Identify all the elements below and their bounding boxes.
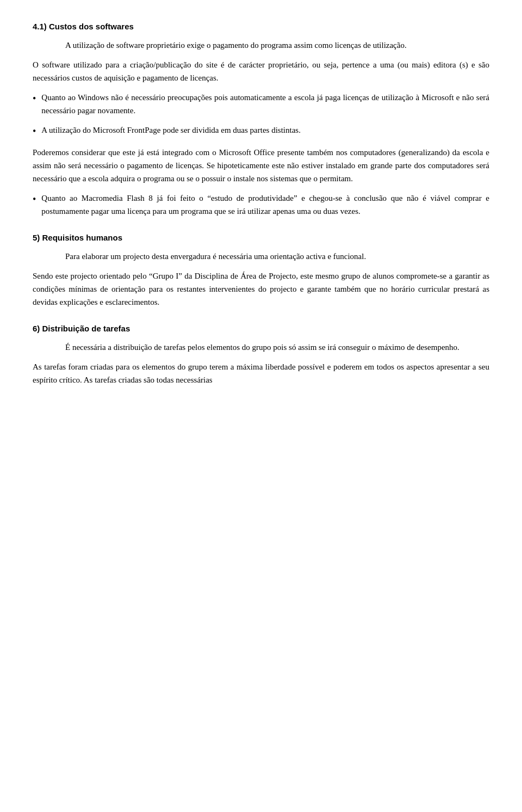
section-6-title: 6) Distribuição de tarefas <box>33 324 489 333</box>
section-4-1-para3: Poderemos considerar que este já está in… <box>33 146 489 185</box>
section-4-1: 4.1) Custos dos softwares A utilização d… <box>33 22 489 218</box>
section-5: 5) Requisitos humanos Para elaborar um p… <box>33 233 489 309</box>
section-6: 6) Distribuição de tarefas É necessária … <box>33 324 489 386</box>
bullet-item-3: • Quanto ao Macromedia Flash 8 já foi fe… <box>33 192 489 218</box>
bullet-dot-1: • <box>33 91 36 107</box>
section-5-para1: Para elaborar um projecto desta envergad… <box>65 250 489 263</box>
bullet-text-1: Quanto ao Windows não é necessário preoc… <box>41 91 489 117</box>
section-4-1-para1: A utilização de software proprietário ex… <box>65 39 489 52</box>
page: 4.1) Custos dos softwares A utilização d… <box>0 0 522 812</box>
section-4-1-para2: O software utilizado para a criação/publ… <box>33 58 489 84</box>
bullet-item-1: • Quanto ao Windows não é necessário pre… <box>33 91 489 117</box>
bullet-dot-2: • <box>33 124 36 139</box>
bullet-text-3: Quanto ao Macromedia Flash 8 já foi feit… <box>41 192 489 218</box>
section-6-para1: É necessária a distribuição de tarefas p… <box>65 341 489 354</box>
section-4-1-title: 4.1) Custos dos softwares <box>33 22 489 31</box>
bullet-text-2: A utilização do Microsoft FrontPage pode… <box>41 124 489 137</box>
section-5-title: 5) Requisitos humanos <box>33 233 489 242</box>
section-5-para2: Sendo este projecto orientado pelo “Grup… <box>33 269 489 309</box>
bullet-dot-3: • <box>33 192 36 207</box>
bullet-item-2: • A utilização do Microsoft FrontPage po… <box>33 124 489 139</box>
section-6-para2: As tarefas foram criadas para os element… <box>33 360 489 386</box>
